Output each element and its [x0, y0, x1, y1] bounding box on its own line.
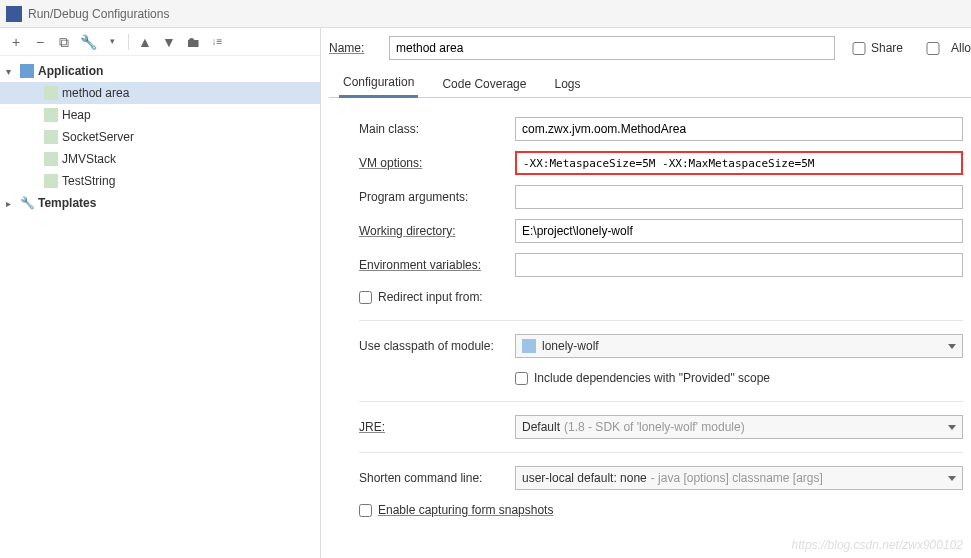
shorten-label: Shorten command line:	[359, 471, 507, 485]
tree-item-label: JMVStack	[62, 152, 116, 166]
divider	[359, 452, 963, 453]
add-icon[interactable]: +	[8, 34, 24, 50]
enable-capture-label: Enable capturing form snapshots	[378, 503, 553, 517]
folder-icon[interactable]: 🖿	[185, 34, 201, 50]
title-bar: Run/Debug Configurations	[0, 0, 971, 28]
config-tree: ▾ Application method area Heap SocketSer…	[0, 56, 320, 218]
tree-item-teststring[interactable]: TestString	[0, 170, 320, 192]
name-input[interactable]	[389, 36, 835, 60]
down-icon[interactable]: ▼	[161, 34, 177, 50]
divider	[359, 401, 963, 402]
run-config-icon	[44, 130, 58, 144]
classpath-dropdown[interactable]: lonely-wolf	[515, 334, 963, 358]
left-panel: + − ⧉ 🔧 ▾ ▲ ▼ 🖿 ↓≡ ▾ Application method …	[0, 28, 321, 558]
tree-item-socketserver[interactable]: SocketServer	[0, 126, 320, 148]
config-form: Main class: VM options: Program argument…	[329, 98, 971, 525]
tree-item-label: SocketServer	[62, 130, 134, 144]
jre-hint: (1.8 - SDK of 'lonely-wolf' module)	[564, 420, 745, 434]
wrench-icon[interactable]: 🔧	[80, 34, 96, 50]
tree-node-label: Application	[38, 64, 103, 78]
shorten-value: user-local default: none	[522, 471, 647, 485]
jre-value: Default	[522, 420, 560, 434]
tree-node-label: Templates	[38, 196, 96, 210]
up-icon[interactable]: ▲	[137, 34, 153, 50]
chevron-right-icon[interactable]: ▸	[6, 198, 20, 209]
working-dir-input[interactable]	[515, 219, 963, 243]
shorten-hint: - java [options] classname [args]	[651, 471, 823, 485]
name-row: Name: Share Allo	[329, 28, 971, 68]
tab-code-coverage[interactable]: Code Coverage	[438, 71, 530, 97]
enable-capture-checkbox[interactable]	[359, 504, 372, 517]
program-args-label: Program arguments:	[359, 190, 507, 204]
left-toolbar: + − ⧉ 🔧 ▾ ▲ ▼ 🖿 ↓≡	[0, 28, 320, 56]
run-config-icon	[44, 108, 58, 122]
classpath-label: Use classpath of module:	[359, 339, 507, 353]
jre-dropdown[interactable]: Default (1.8 - SDK of 'lonely-wolf' modu…	[515, 415, 963, 439]
share-checkbox[interactable]	[851, 42, 867, 55]
watermark: https://blog.csdn.net/zwx900102	[792, 538, 963, 552]
shorten-dropdown[interactable]: user-local default: none - java [options…	[515, 466, 963, 490]
env-vars-label: Environment variables:	[359, 258, 507, 272]
allow-checkbox-label[interactable]: Allo	[919, 41, 971, 55]
tree-item-label: method area	[62, 86, 129, 100]
tab-configuration[interactable]: Configuration	[339, 69, 418, 98]
divider	[359, 320, 963, 321]
run-config-icon	[44, 86, 58, 100]
application-icon	[20, 64, 34, 78]
program-args-input[interactable]	[515, 185, 963, 209]
chevron-down-icon[interactable]: ▾	[6, 66, 20, 77]
include-provided-label: Include dependencies with "Provided" sco…	[534, 371, 770, 385]
toolbar-separator	[128, 34, 129, 50]
redirect-checkbox[interactable]	[359, 291, 372, 304]
main-class-input[interactable]	[515, 117, 963, 141]
share-text: Share	[871, 41, 903, 55]
allow-checkbox[interactable]	[919, 42, 947, 55]
working-dir-label: Working directory:	[359, 224, 507, 238]
jre-label: JRE:	[359, 420, 507, 434]
tabs: Configuration Code Coverage Logs	[329, 68, 971, 98]
tree-node-templates[interactable]: ▸ 🔧 Templates	[0, 192, 320, 214]
copy-icon[interactable]: ⧉	[56, 34, 72, 50]
window-title: Run/Debug Configurations	[28, 7, 169, 21]
main-class-label: Main class:	[359, 122, 507, 136]
tree-node-application[interactable]: ▾ Application	[0, 60, 320, 82]
tab-logs[interactable]: Logs	[550, 71, 584, 97]
allow-text: Allo	[951, 41, 971, 55]
share-checkbox-label[interactable]: Share	[851, 41, 903, 55]
vm-options-label: VM options:	[359, 156, 507, 170]
remove-icon[interactable]: −	[32, 34, 48, 50]
env-vars-input[interactable]	[515, 253, 963, 277]
module-icon	[522, 339, 536, 353]
tree-item-label: Heap	[62, 108, 91, 122]
wrench-icon: 🔧	[20, 196, 34, 210]
name-label: Name:	[329, 41, 381, 55]
wrench-dropdown-icon[interactable]: ▾	[104, 34, 120, 50]
run-config-icon	[44, 152, 58, 166]
tree-item-label: TestString	[62, 174, 115, 188]
right-panel: Name: Share Allo Configuration Code Cove…	[321, 28, 971, 558]
classpath-value: lonely-wolf	[542, 339, 599, 353]
run-config-icon	[44, 174, 58, 188]
tree-item-method-area[interactable]: method area	[0, 82, 320, 104]
app-icon	[6, 6, 22, 22]
sort-icon[interactable]: ↓≡	[209, 34, 225, 50]
tree-item-jmvstack[interactable]: JMVStack	[0, 148, 320, 170]
vm-options-input[interactable]	[515, 151, 963, 175]
redirect-label: Redirect input from:	[378, 290, 483, 304]
include-provided-checkbox[interactable]	[515, 372, 528, 385]
tree-item-heap[interactable]: Heap	[0, 104, 320, 126]
